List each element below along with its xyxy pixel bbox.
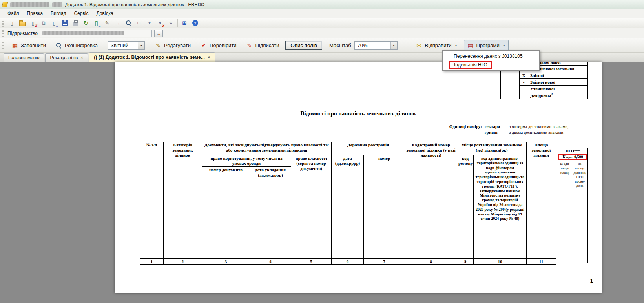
ngo-per-unit: за оди- ницю площі: [558, 161, 572, 263]
ngo-header: НГО***: [558, 148, 587, 154]
forward-icon[interactable]: →: [114, 19, 122, 27]
new-document-icon[interactable]: ▯: [8, 19, 16, 27]
tab-label: () (1) Додаток 1. Відомості про наявніст…: [94, 55, 204, 60]
sign-pen-icon: ✎: [246, 42, 253, 49]
edit-icon[interactable]: ✎: [103, 19, 111, 27]
menu-view[interactable]: Вигляд: [47, 9, 70, 17]
page-number: 1: [590, 278, 593, 284]
chevron-down-icon: ▼: [503, 44, 505, 47]
unit-hryvnia: гривні: [485, 130, 507, 135]
tab-appendix-1[interactable]: () (1) Додаток 1. Відомості про наявніст…: [89, 52, 215, 62]
enterprise-row: Підприємство ...: [0, 28, 644, 38]
search-icon[interactable]: [124, 19, 132, 27]
main-toolbar: ▯ ▯✗ ⧉ ▯→ ↻ ▯→ ✎ → ⊞ ▼ ▼✗ » ⊞ ?: [0, 18, 644, 28]
programs-label: Програми: [476, 42, 500, 48]
toolbar-grip[interactable]: [2, 20, 4, 27]
col-number: 4: [250, 259, 291, 265]
send-button[interactable]: ✉ Відправити ▼: [412, 40, 461, 51]
table-icon[interactable]: ⊞: [181, 19, 188, 27]
redacted-company-name: [10, 2, 49, 7]
col-number: 1: [140, 259, 164, 265]
menu-help[interactable]: Довідка: [92, 9, 117, 17]
open-icon[interactable]: [18, 19, 26, 27]
edit-button[interactable]: ✎ Редагувати: [151, 40, 194, 51]
report-type-select[interactable]: Звітний ▼: [108, 41, 145, 50]
header-katottg: код адміністративно-територіальної одини…: [474, 155, 527, 259]
unit-hryvnia-desc: - з двома десятковими знаками: [507, 130, 564, 135]
fill-button[interactable]: ▦ Заповнити: [8, 40, 49, 51]
header-documents-group: Документи, які засвідчують/підтверджують…: [202, 142, 332, 155]
menu-item-indexation-ngo[interactable]: Індексація НГО: [443, 60, 539, 69]
fill-grid-icon: ▦: [11, 42, 18, 49]
label-cell: Звітної: [528, 72, 588, 79]
mark-cell: -: [520, 79, 528, 86]
menu-service[interactable]: Сервіс: [70, 9, 92, 17]
mark-cell: -: [520, 86, 528, 92]
label-cell: Уточнюючої: [528, 86, 588, 92]
delete-document-icon[interactable]: ▯✗: [29, 19, 37, 27]
help-icon[interactable]: ?: [191, 19, 199, 27]
page-title: Відомості про наявність земельних діляно…: [115, 110, 602, 117]
toolbar-overflow-icon[interactable]: »: [167, 19, 175, 27]
programs-icon: ▤: [467, 42, 474, 49]
close-icon[interactable]: ×: [80, 55, 83, 60]
decrypt-label: Розшифровка: [65, 42, 98, 48]
filter-icon[interactable]: ▼: [146, 19, 153, 27]
clear-filter-icon[interactable]: ▼✗: [156, 19, 164, 27]
export-icon[interactable]: ▯→: [93, 19, 100, 27]
ngo-subcolumns: за оди- ницю площі за площу ділянки, НГО…: [558, 161, 587, 263]
close-icon[interactable]: ×: [208, 55, 210, 60]
toolbar-grip[interactable]: [2, 30, 4, 37]
programs-menu: Перенесення даних з J0138105 Індексація …: [442, 50, 540, 71]
print-icon[interactable]: [71, 19, 79, 27]
header-ownership-right: право власності (серія та номер документ…: [291, 155, 332, 259]
decrypt-button[interactable]: Розшифровка: [52, 40, 101, 51]
chevron-down-icon[interactable]: ▼: [390, 42, 397, 49]
insert-table-icon[interactable]: ⊞: [135, 19, 143, 27]
column-numbers-row: 1 2 3 4 5 6 7 8 9 10 11: [140, 259, 556, 265]
check-button[interactable]: ✔ Перевірити: [197, 40, 240, 51]
header-doc-number: номер документа: [202, 167, 250, 259]
field-description-button[interactable]: Опис полів: [285, 41, 322, 50]
scale-select[interactable]: 70% ▼: [354, 41, 398, 50]
enterprise-field[interactable]: [40, 30, 152, 37]
ngo-per-area: за площу ділянки, НГО прове- дена: [572, 161, 587, 263]
edit-pencil-icon: ✎: [155, 42, 162, 49]
report-type-value: Звітний: [108, 42, 138, 48]
sign-button[interactable]: ✎ Підписати: [243, 40, 283, 51]
send-label: Відправити: [425, 42, 452, 48]
chevron-down-icon: ▼: [455, 44, 458, 47]
tab-main-menu[interactable]: Головне меню: [4, 53, 44, 62]
refresh-icon[interactable]: ↻: [82, 19, 90, 27]
check-label: Перевірити: [210, 42, 237, 48]
import-icon[interactable]: ▯→: [50, 19, 58, 27]
col-number: 11: [527, 259, 556, 265]
programs-button[interactable]: ▤ Програми ▼: [464, 40, 509, 51]
chevron-down-icon[interactable]: ▼: [138, 42, 144, 49]
menu-item-transfer-data[interactable]: Перенесення даних з J0138105: [443, 51, 539, 60]
toolbar-grip[interactable]: [2, 42, 4, 49]
tab-report-registry[interactable]: Реєстр звітів ×: [45, 53, 88, 62]
label-cell: Довідкової3: [528, 92, 588, 99]
unit-hectares-desc: - з чотирма десятковими знаками,: [507, 124, 569, 130]
ngo-coefficient-highlight: Кіндекс. 0,500: [558, 154, 587, 160]
header-usage-right: право користування, у тому числі на умов…: [202, 155, 291, 167]
footnote-ref: 3: [551, 93, 553, 96]
table-row: № з/п Категорія земельних ділянок Докуме…: [140, 142, 556, 155]
mark-cell: X: [520, 72, 528, 79]
copy-icon[interactable]: ⧉: [40, 19, 47, 27]
browse-button[interactable]: ...: [154, 30, 163, 37]
highlight-box: Індексація НГО: [449, 61, 492, 69]
menu-edit[interactable]: Правка: [23, 9, 47, 17]
header-doc-date: дата укладання (дд.мм.рррр): [250, 167, 291, 259]
col-number: 3: [202, 259, 250, 265]
app-icon: [2, 2, 8, 7]
menu-file[interactable]: Файл: [4, 9, 23, 17]
col-number: 10: [474, 259, 527, 265]
col-number: 5: [291, 259, 332, 265]
envelope-icon: ✉: [416, 42, 423, 49]
mark-cell: [520, 92, 528, 99]
header-region-code: код регіону: [457, 155, 474, 259]
fill-label: Заповнити: [21, 42, 46, 48]
save-icon[interactable]: [61, 19, 69, 27]
